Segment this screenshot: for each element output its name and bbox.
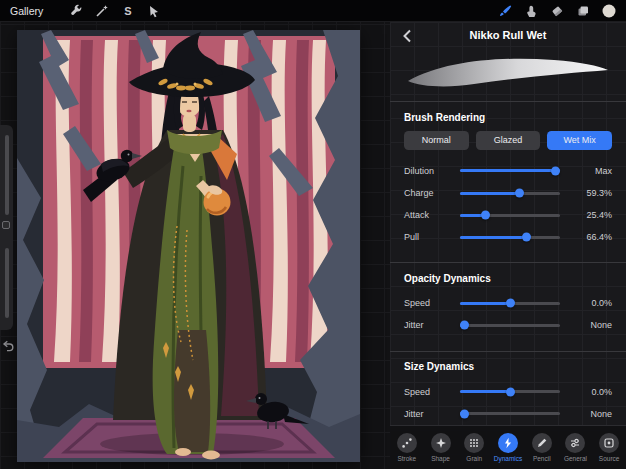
svg-text:S: S <box>125 5 132 17</box>
gallery-button[interactable]: Gallery <box>10 5 43 17</box>
color-swatch[interactable] <box>598 0 620 22</box>
attack-slider[interactable] <box>460 214 560 217</box>
mode-glazed-button[interactable]: Glazed <box>476 131 541 150</box>
selection-icon[interactable]: S <box>117 0 139 22</box>
pencil-icon <box>532 433 552 453</box>
tab-shape[interactable]: Shape <box>424 433 458 462</box>
size-speed-slider[interactable] <box>460 390 560 393</box>
back-chevron-icon[interactable] <box>398 27 416 45</box>
slider-row-size-speed: Speed 0.0% <box>404 380 612 402</box>
pull-slider[interactable] <box>460 236 560 239</box>
slider-row-opacity-jitter: Jitter None <box>404 314 612 336</box>
slider-row-opacity-speed: Speed 0.0% <box>404 292 612 314</box>
paint-brush-icon[interactable] <box>494 0 516 22</box>
charge-slider[interactable] <box>460 192 560 195</box>
mode-wet-mix-button[interactable]: Wet Mix <box>547 131 612 150</box>
render-mode-group: Normal Glazed Wet Mix <box>404 131 612 150</box>
tab-dynamics[interactable]: Dynamics <box>491 433 525 462</box>
opacity-speed-slider[interactable] <box>460 302 560 305</box>
procreate-app: Gallery S <box>0 0 626 469</box>
adjustments-wand-icon[interactable] <box>91 0 113 22</box>
tab-stroke[interactable]: Stroke <box>390 433 424 462</box>
grain-icon <box>464 433 484 453</box>
canvas-artwork <box>17 30 360 462</box>
brush-stroke-preview <box>404 51 612 95</box>
section-title-size-dynamics: Size Dynamics <box>404 361 612 372</box>
layers-icon[interactable] <box>572 0 594 22</box>
top-toolbar: Gallery S <box>0 0 626 22</box>
slider-row-charge: Charge 59.3% <box>404 182 612 204</box>
stroke-icon <box>397 433 417 453</box>
dynamics-lightning-icon <box>498 433 518 453</box>
slider-row-size-jitter: Jitter None <box>404 403 612 425</box>
mode-normal-button[interactable]: Normal <box>404 131 469 150</box>
tab-grain[interactable]: Grain <box>457 433 491 462</box>
modify-button[interactable] <box>2 221 10 229</box>
tab-source[interactable]: Source <box>592 433 626 462</box>
opacity-slider[interactable] <box>5 248 9 318</box>
smudge-icon[interactable] <box>520 0 542 22</box>
undo-button[interactable] <box>1 338 15 352</box>
source-icon <box>599 433 619 453</box>
transform-arrow-icon[interactable] <box>143 0 165 22</box>
canvas[interactable] <box>17 30 360 462</box>
eraser-icon[interactable] <box>546 0 568 22</box>
sidebar-slider-strip <box>0 125 13 330</box>
actions-wrench-icon[interactable] <box>65 0 87 22</box>
section-title-opacity-dynamics: Opacity Dynamics <box>404 273 612 284</box>
panel-title: Nikko Rull Wet <box>470 29 547 41</box>
opacity-jitter-slider[interactable] <box>460 324 560 327</box>
slider-row-attack: Attack 25.4% <box>404 204 612 226</box>
brush-size-slider[interactable] <box>5 135 9 215</box>
tab-general[interactable]: General <box>559 433 593 462</box>
general-sliders-icon <box>565 433 585 453</box>
tab-pencil[interactable]: Pencil <box>525 433 559 462</box>
slider-row-dilution: Dilution Max <box>404 160 612 182</box>
section-title-brush-rendering: Brush Rendering <box>404 112 612 123</box>
shape-icon <box>431 433 451 453</box>
brush-settings-tabbar: Stroke Shape Grain Dynamics Pencil Gener… <box>390 425 626 469</box>
size-jitter-slider[interactable] <box>460 412 560 415</box>
slider-row-pull: Pull 66.4% <box>404 226 612 248</box>
brush-settings-panel: Nikko Rull Wet Brush Rendering Normal Gl… <box>390 22 626 469</box>
dilution-slider[interactable] <box>460 169 560 172</box>
panel-header: Nikko Rull Wet <box>390 22 626 49</box>
